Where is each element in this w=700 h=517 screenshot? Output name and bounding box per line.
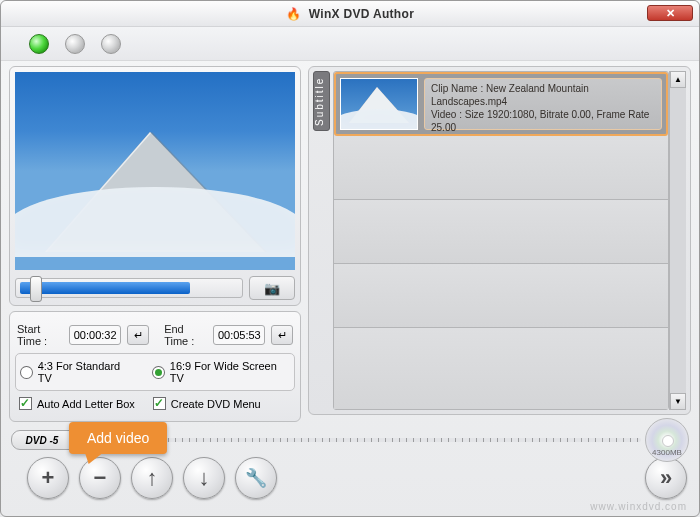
options-row: Auto Add Letter Box Create DVD Menu — [15, 391, 295, 416]
aspect-43-option[interactable]: 4:3 For Standard TV — [20, 360, 134, 384]
enter-icon: ↵ — [278, 329, 287, 342]
app-title-text: WinX DVD Author — [309, 7, 414, 21]
start-time-input[interactable] — [69, 325, 121, 345]
add-video-tooltip: Add video — [69, 422, 167, 454]
title-bar: 🔥 WinX DVD Author ✕ — [1, 1, 699, 27]
tooltip-text: Add video — [87, 430, 149, 446]
add-video-button[interactable]: + — [27, 457, 69, 499]
dvdmenu-checkbox[interactable]: Create DVD Menu — [153, 397, 261, 410]
close-button[interactable]: ✕ — [647, 5, 693, 21]
double-chevron-right-icon: » — [660, 465, 672, 491]
enter-icon: ↵ — [134, 329, 143, 342]
clip-list-panel: Subtitle Clip Name : New Zealand Mountai… — [308, 66, 691, 415]
seek-handle[interactable] — [30, 276, 42, 302]
clip-row-empty — [334, 136, 668, 200]
wrench-icon: 🔧 — [245, 467, 267, 489]
clip-list: Clip Name : New Zealand Mountain Landsca… — [333, 71, 669, 410]
app-icon: 🔥 — [286, 7, 301, 21]
seek-bar[interactable] — [15, 278, 243, 298]
end-time-label: End Time : — [164, 323, 207, 347]
step-indicator-row — [1, 27, 699, 61]
letterbox-label: Auto Add Letter Box — [37, 398, 135, 410]
checkbox-icon — [153, 397, 166, 410]
camera-icon: 📷 — [264, 281, 280, 296]
dvd-format-label[interactable]: DVD -5 — [11, 430, 73, 450]
preview-panel: 📷 — [9, 66, 301, 306]
minus-icon: − — [94, 465, 107, 491]
clip-row-empty — [334, 328, 668, 409]
start-time-apply-button[interactable]: ↵ — [127, 325, 149, 345]
clip-row-empty — [334, 200, 668, 264]
radio-icon — [20, 366, 33, 379]
arrow-down-icon: ↓ — [199, 465, 210, 491]
clip-list-scrollbar[interactable]: ▲ ▼ — [669, 71, 686, 410]
clip-row-empty — [334, 264, 668, 328]
clip-video-info: Video : Size 1920:1080, Bitrate 0.00, Fr… — [431, 108, 655, 134]
clip-row[interactable]: Clip Name : New Zealand Mountain Landsca… — [334, 72, 668, 136]
settings-button[interactable]: 🔧 — [235, 457, 277, 499]
clip-thumbnail — [340, 78, 418, 130]
aspect-43-label: 4:3 For Standard TV — [38, 360, 134, 384]
step-led-1[interactable] — [29, 34, 49, 54]
watermark: www.winxdvd.com — [590, 501, 687, 512]
end-time-apply-button[interactable]: ↵ — [271, 325, 293, 345]
step-led-3[interactable] — [101, 34, 121, 54]
arrow-up-icon: ↑ — [147, 465, 158, 491]
time-panel: Start Time : ↵ End Time : ↵ 4:3 For Stan… — [9, 311, 301, 422]
end-time-input[interactable] — [213, 325, 265, 345]
disc-capacity-icon: 4300MB — [645, 418, 689, 462]
disc-capacity-label: 4300MB — [652, 448, 682, 457]
snapshot-button[interactable]: 📷 — [249, 276, 295, 300]
next-step-button[interactable]: » — [645, 457, 687, 499]
clip-info: Clip Name : New Zealand Mountain Landsca… — [424, 78, 662, 130]
subtitle-tab[interactable]: Subtitle — [313, 71, 330, 131]
aspect-ratio-group: 4:3 For Standard TV 16:9 For Wide Screen… — [15, 353, 295, 391]
start-time-label: Start Time : — [17, 323, 63, 347]
clip-name: Clip Name : New Zealand Mountain Landsca… — [431, 82, 655, 108]
step-led-2[interactable] — [65, 34, 85, 54]
scroll-down-button[interactable]: ▼ — [670, 393, 686, 410]
app-title: 🔥 WinX DVD Author — [286, 7, 414, 21]
aspect-169-option[interactable]: 16:9 For Wide Screen TV — [152, 360, 290, 384]
radio-icon — [152, 366, 165, 379]
dvdmenu-label: Create DVD Menu — [171, 398, 261, 410]
letterbox-checkbox[interactable]: Auto Add Letter Box — [19, 397, 135, 410]
move-down-button[interactable]: ↓ — [183, 457, 225, 499]
move-up-button[interactable]: ↑ — [131, 457, 173, 499]
plus-icon: + — [42, 465, 55, 491]
checkbox-icon — [19, 397, 32, 410]
scroll-up-button[interactable]: ▲ — [670, 71, 686, 88]
video-preview[interactable] — [15, 72, 295, 270]
aspect-169-label: 16:9 For Wide Screen TV — [170, 360, 290, 384]
